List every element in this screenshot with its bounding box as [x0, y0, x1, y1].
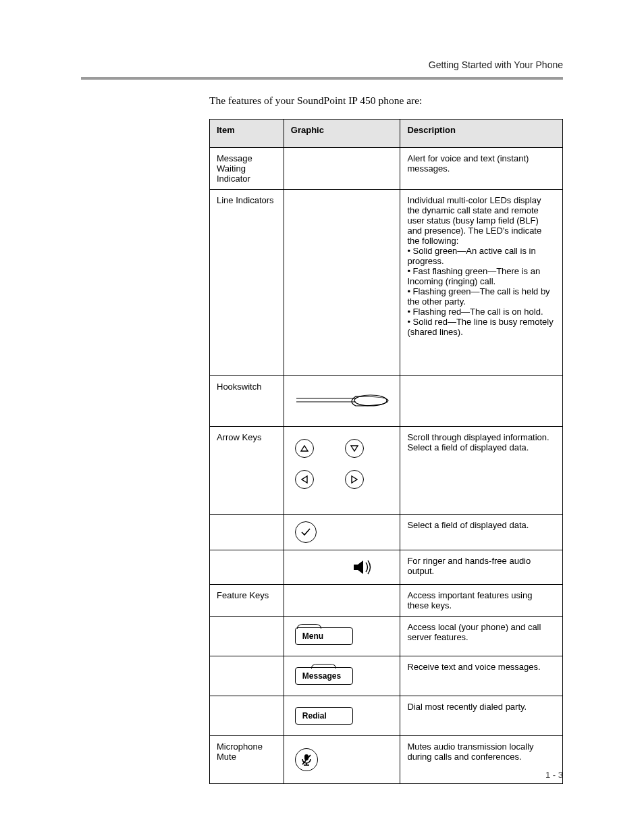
- table-header: Item Graphic Description: [210, 120, 563, 148]
- cell-graphic: [284, 550, 400, 585]
- cell-item: Hookswitch: [210, 376, 284, 427]
- cell-item: [210, 550, 284, 585]
- cell-desc: Receive text and voice messages.: [400, 656, 563, 696]
- cell-graphic: Menu: [284, 617, 400, 656]
- table-row: Microphone Mute Mutes audio transmission…: [210, 736, 563, 784]
- cell-desc: Scroll through displayed information. Se…: [400, 427, 563, 515]
- cell-graphic: [284, 515, 400, 550]
- speaker-icon: [351, 558, 374, 576]
- cell-graphic: [284, 427, 400, 515]
- arrow-left-icon: [295, 470, 314, 489]
- page-number: 1 - 3: [545, 770, 563, 780]
- hookswitch-icon: [295, 394, 390, 409]
- running-header: Getting Started with Your Phone: [429, 59, 563, 70]
- table-row: Redial Dial most recently dialed party.: [210, 696, 563, 736]
- table-row: Message Waiting Indicator Alert for voic…: [210, 148, 563, 190]
- arrow-down-icon: [345, 439, 364, 458]
- cell-item: [210, 617, 284, 656]
- features-table: Item Graphic Description Message Waiting…: [209, 119, 563, 784]
- cell-graphic: [284, 585, 400, 617]
- cell-graphic: Messages: [284, 656, 400, 696]
- table-row: Line Indicators Individual multi-color L…: [210, 190, 563, 376]
- cell-desc: Dial most recently dialed party.: [400, 696, 563, 736]
- cell-graphic: [284, 190, 400, 376]
- messages-key-icon: Messages: [295, 667, 353, 685]
- cell-desc: Individual multi-color LEDs display the …: [400, 190, 563, 376]
- redial-key-icon: Redial: [295, 707, 353, 725]
- document-page: Getting Started with Your Phone The feat…: [0, 0, 644, 834]
- cell-item: Message Waiting Indicator: [210, 148, 284, 190]
- cell-desc: [400, 376, 563, 427]
- cell-desc: Select a field of displayed data.: [400, 515, 563, 550]
- col-header-desc: Description: [400, 120, 563, 148]
- cell-desc: Mutes audio transmission locally during …: [400, 736, 563, 784]
- table-row: For ringer and hands-free audio output.: [210, 550, 563, 585]
- check-icon: [295, 521, 317, 543]
- table-row: Messages Receive text and voice messages…: [210, 656, 563, 696]
- svg-marker-5: [302, 476, 307, 483]
- svg-marker-6: [352, 476, 357, 483]
- cell-item: Microphone Mute: [210, 736, 284, 784]
- header-rule: [81, 77, 563, 80]
- table-row: Menu Access local (your phone) and call …: [210, 617, 563, 656]
- arrow-right-icon: [345, 470, 364, 489]
- cell-desc: Access local (your phone) and call serve…: [400, 617, 563, 656]
- cell-item: [210, 656, 284, 696]
- col-header-graphic: Graphic: [284, 120, 400, 148]
- cell-item: [210, 696, 284, 736]
- menu-key-icon: Menu: [295, 627, 353, 645]
- table-row: Select a field of displayed data.: [210, 515, 563, 550]
- cell-item: Line Indicators: [210, 190, 284, 376]
- cell-item: [210, 515, 284, 550]
- cell-desc: Alert for voice and text (instant) messa…: [400, 148, 563, 190]
- menu-key-label: Menu: [302, 631, 323, 641]
- svg-marker-4: [351, 446, 358, 451]
- svg-marker-7: [354, 561, 363, 574]
- messages-key-label: Messages: [302, 671, 341, 681]
- cell-desc: For ringer and hands-free audio output.: [400, 550, 563, 585]
- cell-graphic: [284, 736, 400, 784]
- cell-item: Arrow Keys: [210, 427, 284, 515]
- intro-paragraph: The features of your SoundPoint IP 450 p…: [209, 95, 563, 107]
- cell-item: Feature Keys: [210, 585, 284, 617]
- cell-graphic: [284, 148, 400, 190]
- cell-graphic: [284, 376, 400, 427]
- microphone-mute-icon: [295, 748, 318, 771]
- col-header-item: Item: [210, 120, 284, 148]
- cell-desc: Access important features using these ke…: [400, 585, 563, 617]
- arrow-up-icon: [295, 439, 314, 458]
- cell-graphic: Redial: [284, 696, 400, 736]
- table-row: Arrow Keys: [210, 427, 563, 515]
- table-row: Hookswitch: [210, 376, 563, 427]
- table-row: Feature Keys Access important features u…: [210, 585, 563, 617]
- svg-marker-3: [301, 446, 308, 451]
- redial-key-label: Redial: [302, 711, 327, 721]
